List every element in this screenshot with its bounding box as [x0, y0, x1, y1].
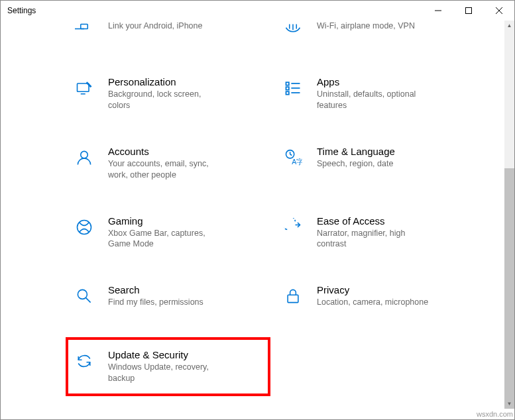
- scroll-down-button[interactable]: ▼: [504, 399, 514, 409]
- svg-point-23: [78, 290, 87, 299]
- svg-line-24: [86, 298, 91, 303]
- paintbrush-icon: [74, 78, 95, 99]
- svg-rect-4: [81, 25, 88, 29]
- tile-title: Time & Language: [317, 146, 471, 157]
- svg-point-22: [78, 220, 91, 234]
- settings-grid: Link your Android, iPhone Wi-Fi, airplan…: [1, 21, 504, 388]
- close-button[interactable]: [484, 1, 514, 21]
- tile-search[interactable]: Search Find my files, permissions: [74, 280, 262, 312]
- maximize-button[interactable]: [453, 1, 484, 21]
- tile-apps[interactable]: Apps Uninstall, defaults, optional featu…: [282, 72, 471, 115]
- tile-desc: Find my files, permissions: [108, 297, 221, 308]
- tile-desc: Xbox Game Bar, captures, Game Mode: [108, 228, 221, 250]
- tile-personalization[interactable]: Personalization Background, lock screen,…: [74, 72, 262, 115]
- tile-privacy[interactable]: Privacy Location, camera, microphone: [282, 280, 471, 312]
- svg-rect-25: [288, 295, 298, 303]
- vertical-scrollbar[interactable]: ▲ ▼: [504, 21, 514, 409]
- tile-desc: Your accounts, email, sync, work, other …: [108, 158, 221, 181]
- phone-icon: [74, 21, 95, 42]
- window-title: Settings: [7, 6, 36, 15]
- tile-title: Personalization: [108, 76, 262, 87]
- scroll-up-button[interactable]: ▲: [504, 21, 514, 30]
- watermark: wsxdn.com: [477, 410, 513, 418]
- xbox-icon: [74, 217, 95, 238]
- tile-gaming[interactable]: Gaming Xbox Game Bar, captures, Game Mod…: [74, 211, 262, 254]
- svg-rect-1: [466, 8, 472, 14]
- lock-icon: [282, 286, 304, 307]
- tile-desc: Uninstall, defaults, optional features: [317, 89, 429, 111]
- tile-desc: Windows Update, recovery, backup: [108, 362, 221, 384]
- tile-ease-of-access[interactable]: Ease of Access Narrator, magnifier, high…: [282, 211, 471, 254]
- sync-icon: [74, 350, 95, 372]
- time-language-icon: A字: [282, 147, 304, 168]
- scrollbar-thumb[interactable]: [504, 168, 514, 409]
- tile-desc: Wi-Fi, airplane mode, VPN: [317, 21, 429, 32]
- tile-time-language[interactable]: A字 Time & Language Speech, region, date: [282, 142, 471, 185]
- tile-title: Update & Security: [108, 349, 262, 360]
- search-icon: [74, 286, 95, 307]
- window-controls: [423, 1, 514, 21]
- globe-icon: [282, 21, 304, 42]
- svg-rect-11: [286, 82, 289, 85]
- tile-accounts[interactable]: Accounts Your accounts, email, sync, wor…: [74, 142, 262, 185]
- svg-rect-9: [78, 83, 89, 91]
- minimize-button[interactable]: [423, 1, 453, 21]
- svg-rect-12: [286, 87, 289, 89]
- svg-rect-13: [286, 91, 289, 94]
- svg-point-17: [81, 151, 88, 158]
- tile-title: Accounts: [108, 146, 262, 157]
- titlebar: Settings: [1, 1, 514, 21]
- tile-title: Ease of Access: [317, 215, 471, 227]
- tile-desc: Speech, region, date: [317, 158, 429, 170]
- tile-network[interactable]: Wi-Fi, airplane mode, VPN: [282, 21, 471, 46]
- tile-title: Search: [108, 284, 262, 295]
- svg-text:A字: A字: [292, 157, 302, 165]
- tile-phone[interactable]: Link your Android, iPhone: [74, 21, 262, 46]
- ease-of-access-icon: [282, 217, 304, 238]
- tile-update-security[interactable]: Update & Security Windows Update, recove…: [74, 345, 262, 388]
- tile-desc: Background, lock screen, colors: [108, 89, 221, 111]
- tile-title: Privacy: [317, 284, 471, 295]
- tile-desc: Narrator, magnifier, high contrast: [317, 228, 429, 250]
- tile-desc: Link your Android, iPhone: [108, 21, 221, 32]
- tile-title: Apps: [317, 76, 471, 87]
- tile-desc: Location, camera, microphone: [317, 297, 429, 308]
- person-icon: [74, 147, 95, 168]
- tile-title: Gaming: [108, 215, 262, 227]
- svg-line-20: [290, 154, 292, 156]
- settings-content: Link your Android, iPhone Wi-Fi, airplan…: [1, 21, 504, 419]
- apps-list-icon: [282, 78, 304, 99]
